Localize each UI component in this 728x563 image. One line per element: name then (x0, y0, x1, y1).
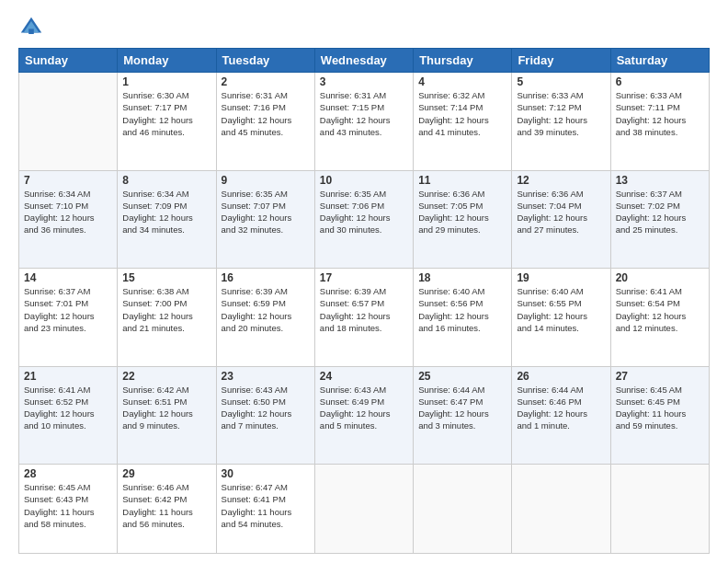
day-info: Sunrise: 6:39 AM Sunset: 6:59 PM Dayligh… (222, 285, 310, 334)
calendar-week-1: 1Sunrise: 6:30 AM Sunset: 7:17 PM Daylig… (19, 73, 710, 171)
day-info: Sunrise: 6:43 AM Sunset: 6:50 PM Dayligh… (222, 384, 310, 432)
calendar-cell (610, 465, 709, 554)
day-info: Sunrise: 6:45 AM Sunset: 6:45 PM Dayligh… (616, 384, 704, 432)
day-info: Sunrise: 6:33 AM Sunset: 7:12 PM Dayligh… (517, 89, 605, 138)
day-number: 29 (122, 467, 210, 480)
day-info: Sunrise: 6:30 AM Sunset: 7:17 PM Dayligh… (122, 89, 210, 138)
day-number: 3 (320, 75, 408, 88)
calendar-weekday-friday: Friday (512, 49, 610, 73)
calendar-table: SundayMondayTuesdayWednesdayThursdayFrid… (18, 48, 710, 554)
day-number: 5 (517, 75, 605, 88)
day-number: 27 (616, 370, 704, 383)
calendar-cell (414, 465, 512, 554)
calendar-cell: 17Sunrise: 6:39 AM Sunset: 6:57 PM Dayli… (314, 269, 413, 367)
calendar-week-5: 28Sunrise: 6:45 AM Sunset: 6:43 PM Dayli… (19, 465, 710, 554)
day-info: Sunrise: 6:34 AM Sunset: 7:09 PM Dayligh… (122, 188, 210, 236)
calendar-cell (19, 73, 118, 171)
day-info: Sunrise: 6:36 AM Sunset: 7:05 PM Dayligh… (418, 188, 506, 236)
day-number: 26 (517, 370, 605, 383)
calendar-weekday-wednesday: Wednesday (314, 49, 413, 73)
calendar-cell: 15Sunrise: 6:38 AM Sunset: 7:00 PM Dayli… (118, 269, 216, 367)
day-number: 10 (320, 174, 408, 187)
day-info: Sunrise: 6:45 AM Sunset: 6:43 PM Dayligh… (24, 481, 112, 530)
header (18, 15, 710, 40)
calendar-cell: 7Sunrise: 6:34 AM Sunset: 7:10 PM Daylig… (19, 170, 118, 269)
day-number: 24 (320, 370, 408, 383)
calendar-cell: 21Sunrise: 6:41 AM Sunset: 6:52 PM Dayli… (19, 366, 118, 465)
day-info: Sunrise: 6:40 AM Sunset: 6:56 PM Dayligh… (418, 285, 506, 334)
day-number: 28 (24, 467, 112, 480)
calendar-cell: 22Sunrise: 6:42 AM Sunset: 6:51 PM Dayli… (118, 366, 216, 465)
day-number: 25 (418, 370, 506, 383)
day-info: Sunrise: 6:46 AM Sunset: 6:42 PM Dayligh… (122, 481, 210, 530)
day-info: Sunrise: 6:44 AM Sunset: 6:47 PM Dayligh… (418, 384, 506, 432)
calendar-cell: 30Sunrise: 6:47 AM Sunset: 6:41 PM Dayli… (216, 465, 314, 554)
calendar-cell (314, 465, 413, 554)
calendar-cell: 13Sunrise: 6:37 AM Sunset: 7:02 PM Dayli… (610, 170, 709, 269)
calendar-cell: 19Sunrise: 6:40 AM Sunset: 6:55 PM Dayli… (512, 269, 610, 367)
day-info: Sunrise: 6:35 AM Sunset: 7:07 PM Dayligh… (222, 188, 310, 236)
day-info: Sunrise: 6:41 AM Sunset: 6:54 PM Dayligh… (616, 285, 704, 334)
day-info: Sunrise: 6:42 AM Sunset: 6:51 PM Dayligh… (122, 384, 210, 432)
day-number: 4 (418, 75, 506, 88)
logo-icon (18, 15, 44, 40)
day-info: Sunrise: 6:37 AM Sunset: 7:02 PM Dayligh… (616, 188, 704, 236)
svg-rect-2 (28, 29, 34, 34)
calendar-week-3: 14Sunrise: 6:37 AM Sunset: 7:01 PM Dayli… (19, 269, 710, 367)
calendar-week-4: 21Sunrise: 6:41 AM Sunset: 6:52 PM Dayli… (19, 366, 710, 465)
calendar-cell: 5Sunrise: 6:33 AM Sunset: 7:12 PM Daylig… (512, 73, 610, 171)
calendar-cell: 27Sunrise: 6:45 AM Sunset: 6:45 PM Dayli… (610, 366, 709, 465)
day-info: Sunrise: 6:36 AM Sunset: 7:04 PM Dayligh… (517, 188, 605, 236)
calendar-cell: 28Sunrise: 6:45 AM Sunset: 6:43 PM Dayli… (19, 465, 118, 554)
day-number: 20 (616, 271, 704, 284)
calendar-cell: 14Sunrise: 6:37 AM Sunset: 7:01 PM Dayli… (19, 269, 118, 367)
day-number: 18 (418, 271, 506, 284)
day-number: 16 (222, 271, 310, 284)
day-info: Sunrise: 6:31 AM Sunset: 7:16 PM Dayligh… (222, 89, 310, 138)
day-info: Sunrise: 6:43 AM Sunset: 6:49 PM Dayligh… (320, 384, 408, 432)
day-info: Sunrise: 6:32 AM Sunset: 7:14 PM Dayligh… (418, 89, 506, 138)
day-number: 14 (24, 271, 112, 284)
calendar-cell: 25Sunrise: 6:44 AM Sunset: 6:47 PM Dayli… (414, 366, 512, 465)
day-number: 9 (222, 174, 310, 187)
day-number: 30 (222, 467, 310, 480)
calendar-cell: 24Sunrise: 6:43 AM Sunset: 6:49 PM Dayli… (314, 366, 413, 465)
calendar-weekday-tuesday: Tuesday (216, 49, 314, 73)
calendar-cell: 9Sunrise: 6:35 AM Sunset: 7:07 PM Daylig… (216, 170, 314, 269)
day-info: Sunrise: 6:47 AM Sunset: 6:41 PM Dayligh… (222, 481, 310, 530)
day-info: Sunrise: 6:39 AM Sunset: 6:57 PM Dayligh… (320, 285, 408, 334)
day-number: 22 (122, 370, 210, 383)
calendar-cell: 12Sunrise: 6:36 AM Sunset: 7:04 PM Dayli… (512, 170, 610, 269)
day-number: 15 (122, 271, 210, 284)
calendar-cell: 20Sunrise: 6:41 AM Sunset: 6:54 PM Dayli… (610, 269, 709, 367)
calendar-cell: 6Sunrise: 6:33 AM Sunset: 7:11 PM Daylig… (610, 73, 709, 171)
calendar-cell: 23Sunrise: 6:43 AM Sunset: 6:50 PM Dayli… (216, 366, 314, 465)
calendar-cell: 26Sunrise: 6:44 AM Sunset: 6:46 PM Dayli… (512, 366, 610, 465)
day-number: 6 (616, 75, 704, 88)
day-number: 23 (222, 370, 310, 383)
day-info: Sunrise: 6:35 AM Sunset: 7:06 PM Dayligh… (320, 188, 408, 236)
day-number: 17 (320, 271, 408, 284)
day-info: Sunrise: 6:34 AM Sunset: 7:10 PM Dayligh… (24, 188, 112, 236)
calendar-header-row: SundayMondayTuesdayWednesdayThursdayFrid… (19, 49, 710, 73)
day-info: Sunrise: 6:40 AM Sunset: 6:55 PM Dayligh… (517, 285, 605, 334)
day-number: 2 (222, 75, 310, 88)
calendar-weekday-saturday: Saturday (610, 49, 709, 73)
day-info: Sunrise: 6:31 AM Sunset: 7:15 PM Dayligh… (320, 89, 408, 138)
calendar-cell: 18Sunrise: 6:40 AM Sunset: 6:56 PM Dayli… (414, 269, 512, 367)
day-number: 8 (122, 174, 210, 187)
day-number: 11 (418, 174, 506, 187)
day-info: Sunrise: 6:33 AM Sunset: 7:11 PM Dayligh… (616, 89, 704, 138)
page: SundayMondayTuesdayWednesdayThursdayFrid… (0, 0, 728, 563)
calendar-week-2: 7Sunrise: 6:34 AM Sunset: 7:10 PM Daylig… (19, 170, 710, 269)
calendar-weekday-monday: Monday (118, 49, 216, 73)
logo (18, 15, 48, 40)
day-number: 13 (616, 174, 704, 187)
calendar-cell: 3Sunrise: 6:31 AM Sunset: 7:15 PM Daylig… (314, 73, 413, 171)
calendar-cell: 8Sunrise: 6:34 AM Sunset: 7:09 PM Daylig… (118, 170, 216, 269)
day-info: Sunrise: 6:37 AM Sunset: 7:01 PM Dayligh… (24, 285, 112, 334)
day-number: 19 (517, 271, 605, 284)
day-info: Sunrise: 6:44 AM Sunset: 6:46 PM Dayligh… (517, 384, 605, 432)
day-info: Sunrise: 6:41 AM Sunset: 6:52 PM Dayligh… (24, 384, 112, 432)
calendar-cell: 11Sunrise: 6:36 AM Sunset: 7:05 PM Dayli… (414, 170, 512, 269)
